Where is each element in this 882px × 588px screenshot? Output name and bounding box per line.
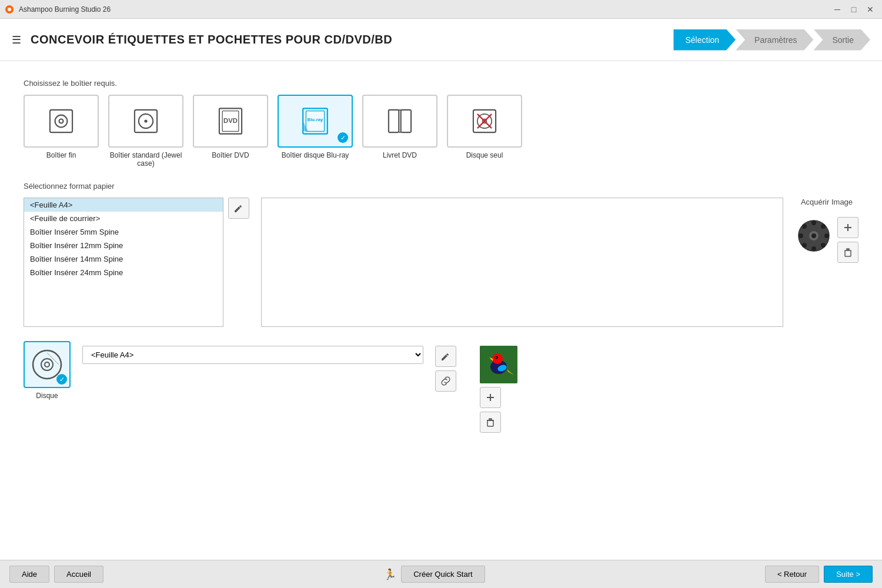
format-list[interactable]: <Feuille A4> <Feuille de courrier> Boîti… bbox=[24, 198, 223, 327]
svg-point-7 bbox=[144, 119, 147, 122]
disc-format-select[interactable]: <Feuille A4> <Feuille de courrier> bbox=[82, 346, 423, 364]
page-title: CONCEVOIR ÉTIQUETTES ET POCHETTES POUR C… bbox=[31, 33, 664, 46]
case-label-boitier-dvd: Boîtier DVD bbox=[212, 151, 249, 159]
disc-edit-button[interactable] bbox=[435, 346, 456, 367]
disc-card-icon: ✓ bbox=[24, 341, 71, 388]
wizard-step-sortie[interactable]: Sortie bbox=[813, 29, 870, 51]
format-edit-button[interactable] bbox=[228, 198, 249, 219]
svg-point-3 bbox=[55, 115, 68, 128]
svg-rect-16 bbox=[401, 110, 411, 132]
svg-rect-2 bbox=[50, 110, 72, 132]
film-reel-placeholder bbox=[795, 217, 833, 255]
edit-icon bbox=[233, 203, 244, 213]
acquire-buttons bbox=[837, 217, 858, 263]
format-section-label: Sélectionnez format papier bbox=[24, 182, 858, 191]
format-item-feuille-a4[interactable]: <Feuille A4> bbox=[24, 198, 223, 212]
case-livret-dvd[interactable]: Livret DVD bbox=[362, 95, 437, 168]
svg-point-26 bbox=[811, 233, 816, 238]
disc-image-section bbox=[480, 341, 517, 433]
case-types: Boîtier fin Boîtier standard (Jewel case… bbox=[24, 95, 858, 168]
disc-image-add-button[interactable] bbox=[480, 387, 501, 408]
disc-edit-icon bbox=[440, 351, 451, 362]
svg-point-27 bbox=[811, 220, 816, 225]
case-label-boitier-bluray: Boîtier disque Blu-ray bbox=[282, 151, 349, 159]
add-icon bbox=[843, 223, 853, 232]
case-boitier-fin[interactable]: Boîtier fin bbox=[24, 95, 99, 168]
svg-point-39 bbox=[45, 362, 49, 367]
case-section-label: Choisissez le boîtier requis. bbox=[24, 79, 858, 88]
svg-point-33 bbox=[821, 224, 826, 229]
format-preview-area bbox=[261, 198, 783, 327]
disc-action-buttons bbox=[435, 341, 456, 392]
link-icon bbox=[440, 376, 451, 386]
bottombar-center: 🏃 Créer Quick Start bbox=[383, 566, 485, 583]
quick-start-icon: 🏃 bbox=[383, 568, 396, 581]
case-icon-boitier-bluray: Blu-ray ✓ bbox=[278, 95, 353, 148]
maximize-button[interactable]: □ bbox=[847, 2, 861, 16]
bottombar: Aide Accueil 🏃 Créer Quick Start < Retou… bbox=[0, 560, 882, 588]
wizard-steps: Sélection Paramètres Sortie bbox=[673, 29, 870, 51]
case-boitier-dvd[interactable]: DVD Boîtier DVD bbox=[193, 95, 268, 168]
acquire-label: Acquérir Image bbox=[801, 198, 853, 206]
case-boitier-bluray[interactable]: Blu-ray ✓ Boîtier disque Blu-ray bbox=[278, 95, 353, 168]
aide-button[interactable]: Aide bbox=[9, 566, 49, 583]
disc-image-delete-button[interactable] bbox=[480, 412, 501, 433]
thin-case-icon bbox=[46, 106, 76, 136]
film-reel-icon bbox=[796, 218, 831, 253]
format-action-buttons bbox=[228, 198, 249, 219]
standard-case-icon bbox=[131, 106, 161, 136]
disc-card[interactable]: ✓ Disque bbox=[24, 341, 71, 400]
svg-point-37 bbox=[33, 350, 61, 379]
bottombar-right: < Retour Suite > bbox=[765, 566, 873, 583]
acquire-add-button[interactable] bbox=[837, 217, 858, 238]
svg-point-29 bbox=[799, 233, 803, 238]
wizard-step-selection[interactable]: Sélection bbox=[673, 29, 736, 51]
case-boitier-standard[interactable]: Boîtier standard (Jewel case) bbox=[108, 95, 183, 168]
disc-format-section: <Feuille A4> <Feuille de courrier> bbox=[82, 341, 423, 364]
svg-point-46 bbox=[496, 357, 497, 358]
suite-button[interactable]: Suite > bbox=[824, 566, 873, 583]
case-label-boitier-standard: Boîtier standard (Jewel case) bbox=[108, 151, 183, 168]
disc-add-icon bbox=[486, 393, 495, 402]
svg-point-32 bbox=[821, 243, 826, 248]
close-button[interactable]: ✕ bbox=[863, 2, 877, 16]
disc-image-buttons bbox=[480, 387, 517, 433]
wizard-step-parametres[interactable]: Paramètres bbox=[736, 29, 813, 51]
format-item-boitier-24mm[interactable]: Boîtier Insérer 24mm Spine bbox=[24, 266, 223, 279]
quick-start-button[interactable]: Créer Quick Start bbox=[401, 566, 485, 583]
dvd-case-icon: DVD bbox=[215, 106, 246, 136]
selected-checkmark: ✓ bbox=[338, 132, 348, 143]
app-icon bbox=[5, 5, 14, 14]
minimize-button[interactable]: ─ bbox=[830, 2, 844, 16]
svg-rect-15 bbox=[389, 110, 399, 132]
format-item-boitier-14mm[interactable]: Boîtier Insérer 14mm Spine bbox=[24, 252, 223, 266]
disc-only-icon bbox=[469, 106, 500, 136]
retour-button[interactable]: < Retour bbox=[765, 566, 819, 583]
app-name: Ashampoo Burning Studio 26 bbox=[19, 5, 111, 14]
case-icon-boitier-dvd: DVD bbox=[193, 95, 268, 148]
svg-point-1 bbox=[8, 8, 11, 11]
bottombar-left: Aide Accueil bbox=[9, 566, 103, 583]
trash-icon bbox=[843, 248, 853, 257]
disc-section: ✓ Disque <Feuille A4> <Feuille de courri… bbox=[24, 341, 858, 433]
accueil-button[interactable]: Accueil bbox=[54, 566, 103, 583]
format-item-feuille-courrier[interactable]: <Feuille de courrier> bbox=[24, 212, 223, 225]
case-label-disque-seul: Disque seul bbox=[466, 151, 503, 159]
svg-point-42 bbox=[492, 353, 503, 364]
main-content: Choisissez le boîtier requis. Boîtier fi… bbox=[0, 61, 882, 560]
format-item-boitier-5mm[interactable]: Boîtier Insérer 5mm Spine bbox=[24, 225, 223, 239]
svg-point-31 bbox=[802, 224, 807, 229]
case-disque-seul[interactable]: Disque seul bbox=[447, 95, 522, 168]
case-label-boitier-fin: Boîtier fin bbox=[46, 151, 76, 159]
acquire-delete-button[interactable] bbox=[837, 242, 858, 263]
svg-point-30 bbox=[824, 233, 829, 238]
svg-text:DVD: DVD bbox=[223, 117, 238, 124]
bird-svg bbox=[480, 346, 517, 383]
titlebar-left: Ashampoo Burning Studio 26 bbox=[5, 5, 111, 14]
hamburger-menu[interactable]: ☰ bbox=[12, 34, 21, 46]
svg-point-4 bbox=[59, 119, 64, 123]
header: ☰ CONCEVOIR ÉTIQUETTES ET POCHETTES POUR… bbox=[0, 19, 882, 61]
format-item-boitier-12mm[interactable]: Boîtier Insérer 12mm Spine bbox=[24, 239, 223, 252]
disc-link-button[interactable] bbox=[435, 370, 456, 392]
livret-dvd-icon bbox=[385, 106, 415, 136]
